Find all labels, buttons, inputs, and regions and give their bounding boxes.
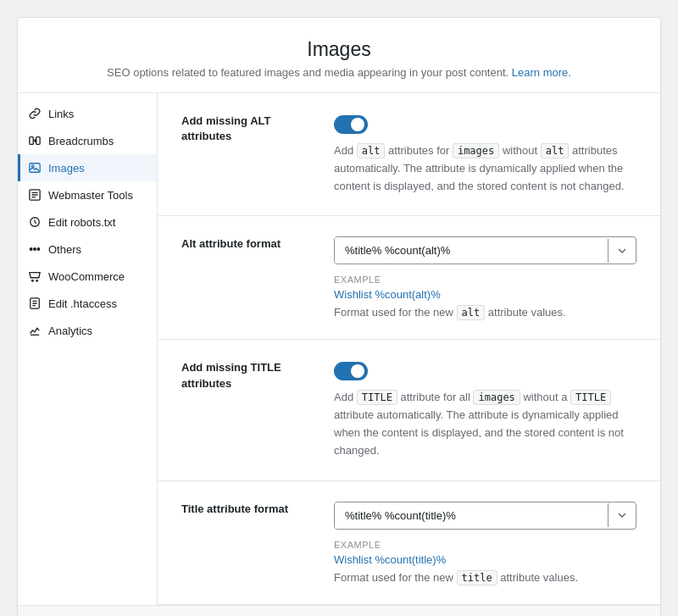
svg-point-6: [30, 248, 32, 251]
sidebar-label-others: Others: [48, 243, 81, 256]
sidebar-item-links[interactable]: Links: [18, 100, 157, 127]
alt-toggle[interactable]: [334, 115, 368, 134]
svg-point-7: [34, 248, 36, 251]
alt-toggle-row: [334, 114, 636, 134]
others-icon: [28, 242, 42, 256]
title-example-label: EXAMPLE: [334, 540, 636, 550]
sidebar-item-webmaster-tools[interactable]: Webmaster Tools: [18, 181, 157, 208]
svg-point-9: [32, 280, 34, 281]
title-desc-prefix: Format used for the new: [334, 571, 457, 584]
title-code-3: TITLE: [570, 390, 611, 405]
title-attributes-label: Add missing TITLE attributes: [181, 360, 317, 459]
sidebar-item-robots[interactable]: Edit robots.txt: [18, 208, 157, 236]
page-header: Images SEO options related to featured i…: [18, 18, 660, 93]
alt-format-content: %title% %count(alt)% EXAMPLE Wishlist %c…: [334, 236, 636, 319]
title-code-1: TITLE: [357, 390, 397, 405]
title-format-description: Format used for the new title attribute …: [334, 571, 636, 584]
alt-format-select[interactable]: %title% %count(alt)%: [334, 236, 636, 264]
title-format-value: %title% %count(title)%: [335, 502, 608, 529]
sidebar-item-breadcrumbs[interactable]: Breadcrumbs: [18, 127, 157, 154]
robots-icon: [28, 215, 42, 229]
alt-example-label: EXAMPLE: [334, 275, 636, 285]
title-attributes-section: Add missing TITLE attributes Add TITLE a…: [158, 340, 660, 480]
webmaster-icon: [28, 188, 42, 202]
title-format-select[interactable]: %title% %count(title)%: [334, 502, 636, 530]
content-area: Links Breadcrumbs: [18, 93, 660, 605]
title-desc-code: title: [457, 570, 497, 585]
alt-code-1: alt: [357, 143, 386, 158]
sidebar-label-htaccess: Edit .htaccess: [48, 297, 117, 310]
subtitle-text: SEO options related to featured images a…: [107, 66, 508, 79]
sidebar-label-links: Links: [48, 108, 74, 120]
link-icon: [28, 107, 42, 120]
alt-format-description: Format used for the new alt attribute va…: [334, 306, 636, 319]
main-content: Add missing ALT attributes Add alt attri…: [158, 93, 660, 605]
page-subtitle: SEO options related to featured images a…: [35, 66, 643, 79]
sidebar-label-breadcrumbs: Breadcrumbs: [48, 135, 114, 147]
svg-rect-0: [30, 137, 33, 145]
alt-example-value: Wishlist %count(alt)%: [334, 288, 636, 301]
svg-point-3: [32, 165, 35, 168]
alt-format-chevron[interactable]: [608, 239, 636, 263]
sidebar-item-analytics[interactable]: Analytics: [18, 317, 157, 344]
alt-attributes-content: Add alt attributes for images without al…: [334, 114, 636, 195]
sidebar-label-robots: Edit robots.txt: [48, 216, 115, 229]
alt-desc-suffix: attribute values.: [485, 306, 565, 319]
svg-rect-1: [36, 137, 40, 145]
title-code-2: images: [473, 390, 520, 405]
title-attributes-content: Add TITLE attribute for all images witho…: [334, 360, 636, 459]
title-format-label: Title attribute format: [181, 502, 317, 584]
alt-attributes-section: Add missing ALT attributes Add alt attri…: [158, 93, 660, 216]
main-container: Images SEO options related to featured i…: [17, 17, 661, 616]
sidebar-label-analytics: Analytics: [48, 325, 92, 337]
page-title: Images: [35, 38, 643, 61]
images-icon: [28, 161, 42, 175]
alt-code-2: images: [453, 143, 499, 158]
htaccess-icon: [28, 297, 42, 310]
alt-format-value: %title% %count(alt)%: [335, 237, 608, 264]
analytics-icon: [28, 324, 42, 337]
sidebar-label-woocommerce: WooCommerce: [48, 270, 125, 283]
svg-point-10: [36, 280, 38, 281]
breadcrumbs-icon: [28, 134, 42, 147]
title-toggle-row: [334, 360, 636, 380]
title-toggle[interactable]: [334, 362, 368, 380]
alt-toggle-slider: [334, 115, 368, 134]
title-format-content: %title% %count(title)% EXAMPLE Wishlist …: [334, 502, 636, 584]
woocommerce-icon: [28, 269, 42, 283]
sidebar-item-woocommerce[interactable]: WooCommerce: [18, 263, 157, 290]
title-desc-suffix: attribute values.: [497, 571, 578, 584]
footer-bar: Reset Options Save Changes: [18, 605, 660, 616]
alt-format-label: Alt attribute format: [181, 236, 317, 319]
sidebar: Links Breadcrumbs: [18, 93, 158, 605]
learn-more-link[interactable]: Learn more.: [512, 66, 571, 79]
title-format-chevron[interactable]: [608, 503, 636, 527]
title-format-section: Title attribute format %title% %count(ti…: [158, 481, 660, 605]
title-toggle-slider: [334, 362, 368, 380]
alt-format-section: Alt attribute format %title% %count(alt)…: [158, 216, 660, 340]
sidebar-item-images[interactable]: Images: [18, 154, 157, 181]
title-description: Add TITLE attribute for all images witho…: [334, 389, 636, 459]
sidebar-label-webmaster: Webmaster Tools: [48, 189, 133, 202]
alt-description: Add alt attributes for images without al…: [334, 142, 636, 195]
svg-point-8: [37, 248, 40, 251]
title-example-value: Wishlist %count(title)%: [334, 553, 636, 566]
sidebar-item-others[interactable]: Others: [18, 236, 157, 263]
sidebar-item-htaccess[interactable]: Edit .htaccess: [18, 290, 157, 317]
alt-desc-prefix: Format used for the new: [334, 306, 457, 319]
sidebar-label-images: Images: [48, 162, 85, 175]
alt-code-3: alt: [541, 143, 570, 158]
alt-attributes-label: Add missing ALT attributes: [181, 114, 317, 195]
alt-desc-code: alt: [457, 305, 486, 320]
